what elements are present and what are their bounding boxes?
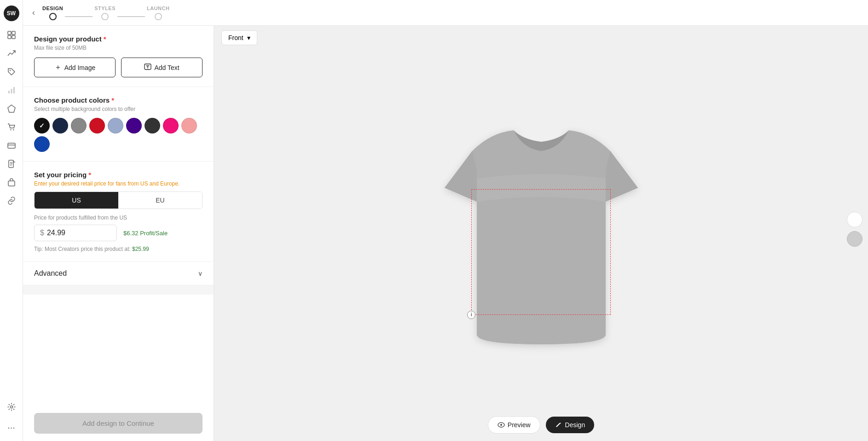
colors-subtitle: Select multiple background colors to off… bbox=[34, 106, 203, 112]
add-text-button[interactable]: Add Text bbox=[121, 58, 203, 77]
price-currency: $ bbox=[40, 229, 44, 237]
float-circle-top[interactable] bbox=[847, 212, 862, 227]
avatar[interactable]: SW bbox=[4, 6, 19, 21]
tab-eu[interactable]: EU bbox=[118, 192, 202, 209]
nav-icon-trending[interactable] bbox=[3, 45, 20, 62]
add-text-label: Add Text bbox=[154, 64, 179, 71]
canvas-area: Front ▾ bbox=[214, 26, 868, 441]
tip-price: $25.99 bbox=[132, 246, 149, 252]
pricing-tab-row: US EU bbox=[34, 191, 203, 209]
price-input-row: $ $6.32 Profit/Sale bbox=[34, 225, 203, 241]
color-swatch-navy[interactable] bbox=[52, 118, 68, 133]
dropdown-chevron-icon: ▾ bbox=[247, 34, 250, 41]
nav-icon-grid[interactable] bbox=[3, 27, 20, 43]
tab-us[interactable]: US bbox=[35, 192, 118, 209]
wizard-step-launch-circle bbox=[155, 13, 162, 20]
color-swatch-blue_royal[interactable] bbox=[34, 136, 50, 152]
view-select[interactable]: Front ▾ bbox=[221, 30, 257, 45]
color-swatch-charcoal[interactable] bbox=[145, 118, 160, 133]
svg-point-4 bbox=[9, 70, 10, 71]
color-swatch-pink_light[interactable] bbox=[181, 118, 197, 133]
svg-rect-0 bbox=[8, 31, 11, 35]
wizard-step-design-circle bbox=[49, 13, 57, 20]
color-swatch-red[interactable] bbox=[89, 118, 105, 133]
svg-rect-7 bbox=[13, 87, 15, 93]
wizard-header: ‹ DESIGN STYLES LAUNCH bbox=[23, 0, 868, 26]
wizard-line-1 bbox=[65, 16, 93, 17]
add-image-label: Add Image bbox=[64, 64, 96, 71]
color-swatch-light_blue[interactable] bbox=[108, 118, 123, 133]
nav-icon-bag[interactable] bbox=[3, 174, 20, 191]
canvas-bottom: Preview Design bbox=[214, 409, 868, 441]
nav-icon-dots[interactable]: ··· bbox=[3, 419, 20, 435]
wizard-step-styles-label: STYLES bbox=[94, 6, 116, 11]
nav-icon-tag[interactable] bbox=[3, 64, 20, 80]
price-input[interactable] bbox=[47, 229, 93, 237]
design-label: Design bbox=[565, 421, 585, 429]
svg-point-9 bbox=[10, 129, 11, 130]
wizard-steps: DESIGN STYLES LAUNCH bbox=[42, 6, 169, 20]
svg-point-10 bbox=[13, 129, 14, 130]
colors-section-title: Choose product colors * bbox=[34, 96, 203, 104]
svg-point-21 bbox=[500, 424, 502, 426]
tip-text: Tip: Most Creators price this product at… bbox=[34, 246, 203, 252]
wizard-step-styles-circle bbox=[101, 13, 109, 20]
bottom-bar: Add design to Continue bbox=[23, 406, 214, 441]
add-design-button: Add design to Continue bbox=[34, 413, 203, 434]
color-swatch-black[interactable]: ✓ bbox=[34, 118, 50, 133]
nav-icon-gear[interactable] bbox=[3, 400, 20, 417]
nav-icon-doc[interactable] bbox=[3, 156, 20, 172]
wizard-step-styles: STYLES bbox=[94, 6, 116, 20]
nav-icon-diamond[interactable] bbox=[3, 100, 20, 117]
pencil-icon bbox=[555, 421, 562, 429]
svg-rect-5 bbox=[8, 91, 10, 93]
main-area: ‹ DESIGN STYLES LAUNCH Design you bbox=[23, 0, 868, 441]
color-swatch-purple[interactable] bbox=[126, 118, 142, 133]
svg-marker-8 bbox=[8, 105, 15, 112]
design-subtitle: Max file size of 50MB bbox=[34, 45, 203, 51]
svg-rect-17 bbox=[8, 181, 15, 186]
eye-icon bbox=[498, 421, 505, 429]
left-panel: Design your product * Max file size of 5… bbox=[23, 26, 214, 441]
left-nav: SW bbox=[0, 0, 23, 441]
preview-button[interactable]: Preview bbox=[488, 416, 540, 434]
canvas-toolbar: Front ▾ bbox=[214, 26, 868, 50]
price-label: Price for products fulfilled from the US bbox=[34, 215, 203, 221]
nav-icon-chart[interactable] bbox=[3, 82, 20, 99]
tshirt-preview: i bbox=[417, 96, 665, 363]
svg-rect-6 bbox=[11, 89, 12, 93]
add-image-button[interactable]: ＋ Add Image bbox=[34, 58, 116, 77]
wizard-step-design: DESIGN bbox=[42, 6, 63, 20]
wizard-step-launch-label: LAUNCH bbox=[147, 6, 169, 11]
canvas-main: i bbox=[214, 50, 868, 409]
spacer bbox=[23, 285, 214, 295]
back-button[interactable]: ‹ bbox=[32, 8, 35, 17]
advanced-section[interactable]: Advanced ∨ bbox=[23, 262, 214, 285]
design-button[interactable]: Design bbox=[546, 417, 595, 433]
colors-required-star: * bbox=[110, 96, 114, 104]
pricing-hint: Enter your desired retail price for fans… bbox=[34, 180, 203, 187]
svg-rect-2 bbox=[8, 35, 11, 39]
price-input-wrap: $ bbox=[34, 225, 117, 241]
design-btn-row: ＋ Add Image Add Text bbox=[34, 58, 203, 77]
nav-icon-cart[interactable] bbox=[3, 119, 20, 135]
advanced-label: Advanced bbox=[34, 269, 67, 278]
colors-section: Choose product colors * Select multiple … bbox=[23, 87, 214, 162]
nav-icon-link[interactable] bbox=[3, 192, 20, 209]
pricing-section: Set your pricing * Enter your desired re… bbox=[23, 162, 214, 262]
chevron-down-icon: ∨ bbox=[198, 270, 203, 277]
nav-icon-card[interactable] bbox=[3, 137, 20, 154]
plus-icon: ＋ bbox=[54, 63, 62, 72]
color-grid: ✓ bbox=[34, 118, 203, 152]
wizard-line-2 bbox=[117, 16, 145, 17]
pricing-section-title: Set your pricing * bbox=[34, 171, 203, 179]
design-required-star: * bbox=[102, 35, 106, 43]
float-circle-bottom[interactable] bbox=[847, 231, 862, 247]
svg-point-18 bbox=[10, 406, 12, 408]
color-swatch-gray_dark[interactable] bbox=[71, 118, 87, 133]
color-swatch-pink_dark[interactable] bbox=[163, 118, 179, 133]
design-section: Design your product * Max file size of 5… bbox=[23, 26, 214, 87]
wizard-step-launch: LAUNCH bbox=[147, 6, 169, 20]
design-section-title: Design your product * bbox=[34, 35, 203, 43]
profit-badge: $6.32 Profit/Sale bbox=[123, 230, 168, 237]
